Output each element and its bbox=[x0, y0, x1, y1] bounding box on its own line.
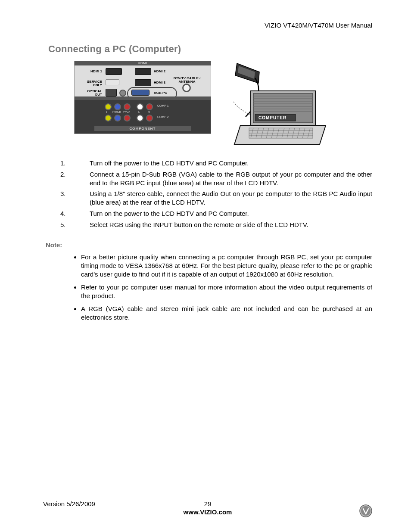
panel-divider bbox=[75, 96, 211, 100]
step-text: Turn on the power to the LCD HDTV and PC… bbox=[90, 209, 372, 218]
step-number: 3. bbox=[60, 190, 90, 207]
label-component: COMPONENT bbox=[94, 126, 191, 131]
note-label: Note: bbox=[46, 241, 372, 249]
label-hdmi2: HDMI 2 bbox=[154, 70, 168, 73]
jack-pr2 bbox=[124, 115, 131, 121]
port-optical bbox=[106, 89, 117, 96]
laptop-label: COMPUTER bbox=[258, 115, 286, 120]
vizio-logo-icon bbox=[359, 504, 372, 517]
step-text: Select RGB using the INPUT button on the… bbox=[90, 221, 372, 229]
port-rgb-audio bbox=[119, 90, 126, 96]
step-number: 5. bbox=[60, 221, 90, 229]
step-number: 4. bbox=[60, 209, 90, 218]
figure-row: HDMI HDMI 1 HDMI 2 SERVICE ONLY HDMI 3 D… bbox=[74, 61, 372, 151]
port-service bbox=[106, 79, 119, 85]
list-item: 5.Select RGB using the INPUT button on t… bbox=[60, 221, 372, 229]
footer-page-number: 29 bbox=[195, 500, 221, 507]
section-title: Connecting a PC (Computer) bbox=[48, 44, 372, 55]
jack-y2 bbox=[105, 115, 112, 121]
label-hdmi1: HDMI 1 bbox=[87, 70, 102, 73]
jack-y1 bbox=[105, 103, 112, 110]
list-item: For a better picture quality when connec… bbox=[81, 253, 372, 279]
footer: Version 5/26/2009 29 www.VIZIO.com bbox=[43, 500, 372, 516]
list-item: A RGB (VGA) cable and stereo mini jack c… bbox=[81, 305, 372, 322]
list-item: 1.Turn off the power to the LCD HDTV and… bbox=[60, 159, 372, 168]
footer-url: www.VIZIO.com bbox=[43, 508, 372, 516]
laptop-svg: COMPUTER bbox=[216, 61, 328, 153]
label-antenna: DTV/TV CABLE / ANTENNA bbox=[172, 77, 202, 84]
step-number: 2. bbox=[60, 170, 90, 187]
lbl-l: L bbox=[138, 110, 140, 113]
step-text: Using a 1/8" stereo cable, connect the A… bbox=[90, 190, 372, 207]
list-item: 3.Using a 1/8" stereo cable, connect the… bbox=[60, 190, 372, 207]
list-item: Refer to your pc computer user manual fo… bbox=[81, 283, 372, 300]
label-hdmi3: HDMI 3 bbox=[154, 81, 168, 84]
steps-list: 1.Turn off the power to the LCD HDTV and… bbox=[60, 159, 372, 229]
port-hdmi2 bbox=[135, 68, 151, 75]
lbl-pr: Pr/Cr bbox=[123, 110, 130, 113]
label-comp1: COMP 1 bbox=[157, 104, 169, 107]
label-comp2: COMP 2 bbox=[157, 115, 169, 118]
step-text: Connect a 15-pin D-Sub RGB (VGA) cable t… bbox=[90, 170, 372, 187]
notes-list: For a better picture quality when connec… bbox=[73, 253, 372, 322]
jack-r1 bbox=[146, 103, 153, 110]
list-item: 2.Connect a 15-pin D-Sub RGB (VGA) cable… bbox=[60, 170, 372, 187]
laptop-figure: COMPUTER bbox=[216, 61, 328, 151]
lbl-r: R bbox=[148, 110, 150, 113]
lbl-pb: Pb/Cb bbox=[112, 110, 121, 113]
port-hdmi1 bbox=[106, 68, 122, 75]
jack-pb1 bbox=[114, 103, 121, 110]
rear-panel-figure: HDMI HDMI 1 HDMI 2 SERVICE ONLY HDMI 3 D… bbox=[74, 61, 211, 151]
jack-pb2 bbox=[114, 115, 121, 121]
page: VIZIO VT420M/VT470M User Manual Connecti… bbox=[0, 0, 411, 532]
hdmi-top-label: HDMI bbox=[75, 61, 211, 65]
step-text: Turn off the power to the LCD HDTV and P… bbox=[90, 159, 372, 168]
jack-pr1 bbox=[124, 103, 131, 110]
port-antenna bbox=[182, 84, 191, 92]
label-optical: OPTICAL OUT bbox=[82, 90, 102, 96]
component-section: COMP 1 Y Pb/Cb Pr/Cr L R COMP 2 COMPONEN… bbox=[75, 100, 211, 134]
lbl-y: Y bbox=[106, 110, 108, 113]
jack-r2 bbox=[146, 115, 153, 121]
label-service: SERVICE ONLY bbox=[82, 80, 102, 87]
step-number: 1. bbox=[60, 159, 90, 168]
header-manual-title: VIZIO VT420M/VT470M User Manual bbox=[43, 22, 372, 29]
port-hdmi3 bbox=[135, 79, 151, 86]
jack-l1 bbox=[137, 103, 143, 110]
list-item: 4.Turn on the power to the LCD HDTV and … bbox=[60, 209, 372, 218]
tv-rear-panel: HDMI HDMI 1 HDMI 2 SERVICE ONLY HDMI 3 D… bbox=[74, 61, 211, 134]
jack-l2 bbox=[137, 115, 143, 121]
footer-version: Version 5/26/2009 bbox=[43, 500, 195, 507]
